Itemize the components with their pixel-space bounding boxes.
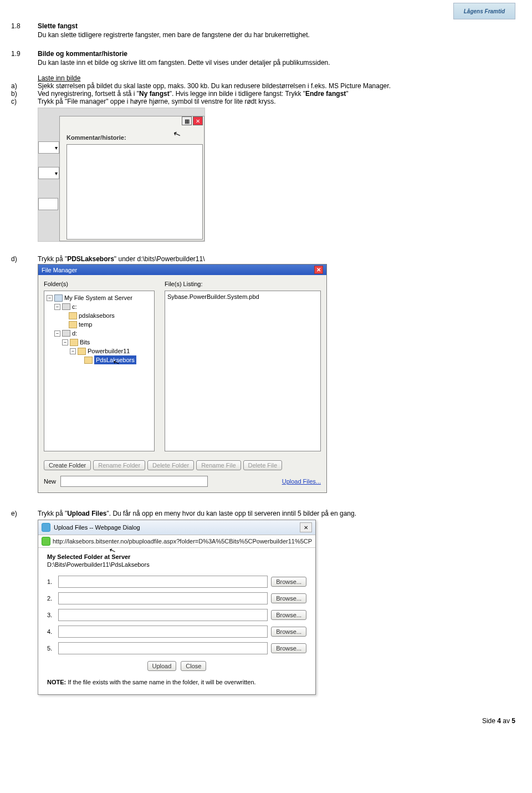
step-text: Trykk på "File manager" oppe i høyre hjø… xyxy=(38,98,515,105)
upload-heading: My Selected Folder at Server xyxy=(47,553,306,560)
folder-icon xyxy=(70,339,78,346)
section-number: 1.9 xyxy=(11,50,38,67)
step-a: a) Sjekk størrelsen på bildet du skal la… xyxy=(11,82,515,90)
upload-files-link[interactable]: Upload Files... xyxy=(282,478,321,485)
dropdown-stub[interactable]: ▾ xyxy=(38,167,59,179)
page-footer: Side 4 av 5 xyxy=(0,706,532,730)
url-text: http://laksebors.bitsenter.no/pbuploadfi… xyxy=(53,538,312,545)
window-titlebar: File Manager ✕ xyxy=(38,265,326,275)
file-input-2[interactable] xyxy=(58,592,268,604)
section-text: Du kan slette tidligere registrerte fang… xyxy=(38,31,515,39)
step-label: e) xyxy=(11,510,38,517)
step-label: b) xyxy=(11,90,38,98)
create-folder-button[interactable]: Create Folder xyxy=(44,460,91,470)
folder-icon xyxy=(69,321,77,328)
file-input-1[interactable] xyxy=(58,576,268,588)
file-row: 3. Browse... xyxy=(47,609,306,621)
screenshot-comment-dialog: ▾ ▾ ▦ ✕ Kommentar/historie: ↖ xyxy=(38,108,205,242)
close-icon[interactable]: ✕ xyxy=(314,266,323,274)
input-stub[interactable] xyxy=(38,198,58,210)
files-label: File(s) Listing: xyxy=(165,281,321,287)
folder-tree[interactable]: −My File System at Server −c: pdslaksebo… xyxy=(44,291,155,451)
folder-icon xyxy=(78,348,86,355)
new-folder-input[interactable] xyxy=(60,476,208,487)
section-title: Bilde og kommentar/historie xyxy=(38,50,515,58)
delete-folder-button: Delete Folder xyxy=(147,460,194,470)
drive-icon xyxy=(62,330,70,337)
sub-heading: Laste inn bilde xyxy=(38,74,515,82)
row-number: 1. xyxy=(47,578,55,585)
step-label: c) xyxy=(11,98,38,105)
section-1-8: 1.8 Slette fangst Du kan slette tidliger… xyxy=(11,22,515,39)
row-number: 3. xyxy=(47,612,55,618)
upload-path: D:\Bits\Powerbuilder11\PdsLaksebors xyxy=(47,561,306,568)
ie-icon xyxy=(42,523,50,532)
file-input-3[interactable] xyxy=(58,609,268,621)
step-text: Trykk på "PDSLaksebors" under d:\bits\Po… xyxy=(38,255,515,263)
row-number: 2. xyxy=(47,595,55,602)
comment-label: Kommentar/historie: xyxy=(66,134,126,141)
screenshot-file-manager: File Manager ✕ Folder(s) −My File System… xyxy=(38,264,327,493)
upload-button[interactable]: Upload xyxy=(147,661,177,671)
row-number: 4. xyxy=(47,628,55,635)
section-title: Slette fangst xyxy=(38,22,515,30)
folder-icon xyxy=(84,357,93,364)
window-titlebar: Upload Files -- Webpage Dialog ✕ xyxy=(38,520,315,535)
globe-icon xyxy=(42,537,50,546)
delete-file-button: Delete File xyxy=(243,460,283,470)
step-e: e) Trykk på "Upload Files". Du får nå op… xyxy=(11,510,515,517)
step-text: Trykk på "Upload Files". Du får nå opp e… xyxy=(38,510,515,517)
brand-logo: Lågens Framtid xyxy=(453,3,515,19)
drive-icon xyxy=(62,303,70,310)
step-b: b) Ved nyregistrering, fortsett å stå i … xyxy=(11,90,515,98)
file-input-4[interactable] xyxy=(58,626,268,638)
close-button[interactable]: Close xyxy=(181,661,206,671)
dropdown-stub[interactable]: ▾ xyxy=(38,141,59,154)
step-text: Sjekk størrelsen på bildet du skal laste… xyxy=(38,82,515,90)
step-label: d) xyxy=(11,255,38,263)
file-row: 4. Browse... xyxy=(47,626,306,638)
folder-icon xyxy=(69,312,77,319)
section-text: Du kan laste inn et bilde og skrive litt… xyxy=(38,59,515,67)
upload-note: NOTE: If the file exists with the same n… xyxy=(47,679,306,685)
close-icon[interactable]: ✕ xyxy=(300,522,312,532)
screenshot-upload-dialog: Upload Files -- Webpage Dialog ✕ http://… xyxy=(38,520,316,695)
step-text: Ved nyregistrering, fortsett å stå i "Ny… xyxy=(38,90,515,98)
file-row: 2. Browse... xyxy=(47,592,306,604)
browse-button[interactable]: Browse... xyxy=(271,610,306,620)
browse-button[interactable]: Browse... xyxy=(271,643,306,653)
window-title: File Manager xyxy=(42,267,77,273)
step-label: a) xyxy=(11,82,38,90)
rename-file-button: Rename File xyxy=(196,460,241,470)
file-input-5[interactable] xyxy=(58,642,268,654)
grid-icon[interactable]: ▦ xyxy=(182,116,192,125)
step-c: c) Trykk på "File manager" oppe i høyre … xyxy=(11,98,515,105)
cursor-icon: ↖ xyxy=(172,128,182,140)
rename-folder-button: Rename Folder xyxy=(93,460,145,470)
file-list[interactable]: Sybase.PowerBuilder.System.pbd xyxy=(165,291,321,451)
row-number: 5. xyxy=(47,645,55,652)
folders-label: Folder(s) xyxy=(44,281,155,287)
browse-button[interactable]: Browse... xyxy=(271,593,306,603)
step-d: d) Trykk på "PDSLaksebors" under d:\bits… xyxy=(11,255,515,263)
window-title: Upload Files -- Webpage Dialog xyxy=(54,524,140,531)
address-bar: http://laksebors.bitsenter.no/pbuploadfi… xyxy=(38,535,315,548)
comment-textarea[interactable] xyxy=(66,144,203,240)
new-label: New xyxy=(44,478,56,485)
computer-icon xyxy=(54,294,63,302)
file-item[interactable]: Sybase.PowerBuilder.System.pbd xyxy=(167,293,318,300)
file-row: 5. Browse... xyxy=(47,642,306,654)
section-number: 1.8 xyxy=(11,22,38,39)
close-icon[interactable]: ✕ xyxy=(193,116,203,125)
file-row: 1. Browse... xyxy=(47,576,306,588)
section-1-9: 1.9 Bilde og kommentar/historie Du kan l… xyxy=(11,50,515,67)
browse-button[interactable]: Browse... xyxy=(271,577,306,587)
browse-button[interactable]: Browse... xyxy=(271,627,306,637)
